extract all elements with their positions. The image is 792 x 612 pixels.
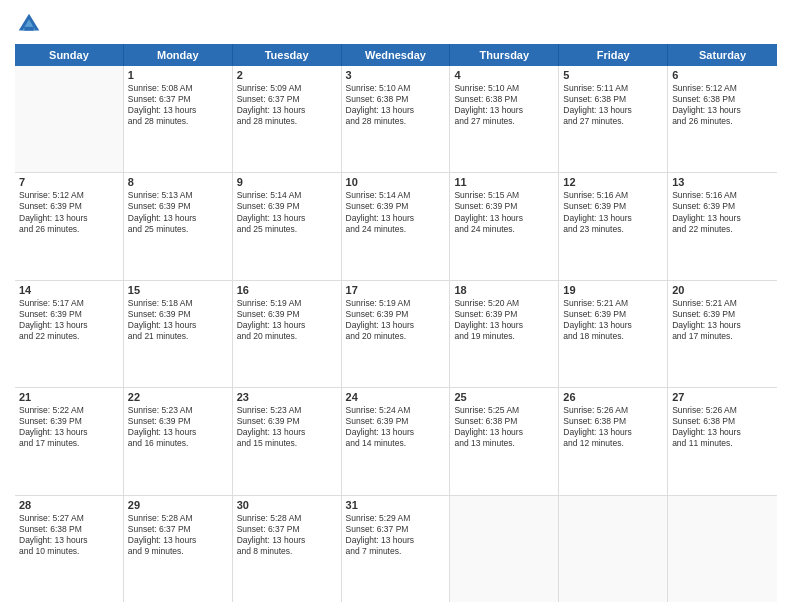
- cell-info-line: and 11 minutes.: [672, 438, 773, 449]
- cell-info-line: and 14 minutes.: [346, 438, 446, 449]
- calendar-week-2: 7Sunrise: 5:12 AMSunset: 6:39 PMDaylight…: [15, 173, 777, 280]
- cell-info-line: Daylight: 13 hours: [454, 213, 554, 224]
- day-number: 9: [237, 176, 337, 188]
- cell-info-line: Daylight: 13 hours: [237, 535, 337, 546]
- cal-cell: [668, 496, 777, 602]
- day-number: 15: [128, 284, 228, 296]
- cal-cell: 28Sunrise: 5:27 AMSunset: 6:38 PMDayligh…: [15, 496, 124, 602]
- cal-cell: 12Sunrise: 5:16 AMSunset: 6:39 PMDayligh…: [559, 173, 668, 279]
- cell-info-line: Sunrise: 5:25 AM: [454, 405, 554, 416]
- cell-info-line: Daylight: 13 hours: [346, 427, 446, 438]
- logo-icon: [15, 10, 43, 38]
- cell-info-line: Sunset: 6:38 PM: [672, 416, 773, 427]
- cell-info-line: Sunrise: 5:11 AM: [563, 83, 663, 94]
- cell-info-line: Sunrise: 5:28 AM: [237, 513, 337, 524]
- cell-info-line: and 26 minutes.: [672, 116, 773, 127]
- cell-info-line: Sunrise: 5:24 AM: [346, 405, 446, 416]
- cal-cell: 21Sunrise: 5:22 AMSunset: 6:39 PMDayligh…: [15, 388, 124, 494]
- cal-cell: [15, 66, 124, 172]
- cal-cell: 2Sunrise: 5:09 AMSunset: 6:37 PMDaylight…: [233, 66, 342, 172]
- cell-info-line: Sunset: 6:38 PM: [454, 94, 554, 105]
- cell-info-line: Sunset: 6:39 PM: [454, 309, 554, 320]
- cell-info-line: and 23 minutes.: [563, 224, 663, 235]
- cal-cell: [559, 496, 668, 602]
- day-number: 5: [563, 69, 663, 81]
- cal-cell: 16Sunrise: 5:19 AMSunset: 6:39 PMDayligh…: [233, 281, 342, 387]
- day-number: 26: [563, 391, 663, 403]
- cell-info-line: Sunrise: 5:09 AM: [237, 83, 337, 94]
- cell-info-line: and 15 minutes.: [237, 438, 337, 449]
- cell-info-line: Sunset: 6:39 PM: [237, 201, 337, 212]
- day-number: 27: [672, 391, 773, 403]
- cell-info-line: Daylight: 13 hours: [128, 427, 228, 438]
- cal-cell: 7Sunrise: 5:12 AMSunset: 6:39 PMDaylight…: [15, 173, 124, 279]
- calendar-body: 1Sunrise: 5:08 AMSunset: 6:37 PMDaylight…: [15, 66, 777, 602]
- cell-info-line: Daylight: 13 hours: [563, 427, 663, 438]
- cal-cell: 5Sunrise: 5:11 AMSunset: 6:38 PMDaylight…: [559, 66, 668, 172]
- cell-info-line: Sunset: 6:39 PM: [128, 416, 228, 427]
- cal-cell: 10Sunrise: 5:14 AMSunset: 6:39 PMDayligh…: [342, 173, 451, 279]
- cell-info-line: Sunset: 6:38 PM: [454, 416, 554, 427]
- cell-info-line: Daylight: 13 hours: [237, 320, 337, 331]
- cell-info-line: Daylight: 13 hours: [128, 105, 228, 116]
- cell-info-line: Sunset: 6:38 PM: [346, 94, 446, 105]
- cell-info-line: Daylight: 13 hours: [454, 105, 554, 116]
- cell-info-line: Daylight: 13 hours: [563, 213, 663, 224]
- cell-info-line: Daylight: 13 hours: [672, 213, 773, 224]
- cell-info-line: and 9 minutes.: [128, 546, 228, 557]
- cell-info-line: and 27 minutes.: [563, 116, 663, 127]
- cell-info-line: and 27 minutes.: [454, 116, 554, 127]
- day-number: 6: [672, 69, 773, 81]
- cell-info-line: and 20 minutes.: [346, 331, 446, 342]
- cell-info-line: and 17 minutes.: [19, 438, 119, 449]
- cell-info-line: Sunset: 6:39 PM: [346, 201, 446, 212]
- cell-info-line: Sunset: 6:39 PM: [19, 309, 119, 320]
- cal-cell: 13Sunrise: 5:16 AMSunset: 6:39 PMDayligh…: [668, 173, 777, 279]
- cell-info-line: Sunset: 6:37 PM: [128, 524, 228, 535]
- day-number: 2: [237, 69, 337, 81]
- cal-cell: 14Sunrise: 5:17 AMSunset: 6:39 PMDayligh…: [15, 281, 124, 387]
- cell-info-line: and 28 minutes.: [237, 116, 337, 127]
- cell-info-line: and 20 minutes.: [237, 331, 337, 342]
- cell-info-line: Sunset: 6:39 PM: [128, 309, 228, 320]
- cell-info-line: Daylight: 13 hours: [237, 213, 337, 224]
- cell-info-line: Sunrise: 5:10 AM: [454, 83, 554, 94]
- cell-info-line: Sunrise: 5:16 AM: [563, 190, 663, 201]
- cell-info-line: Sunrise: 5:26 AM: [563, 405, 663, 416]
- page-header: [15, 10, 777, 38]
- cell-info-line: Sunrise: 5:28 AM: [128, 513, 228, 524]
- cell-info-line: and 28 minutes.: [128, 116, 228, 127]
- day-number: 20: [672, 284, 773, 296]
- cell-info-line: Sunrise: 5:12 AM: [672, 83, 773, 94]
- cal-cell: 30Sunrise: 5:28 AMSunset: 6:37 PMDayligh…: [233, 496, 342, 602]
- cell-info-line: Sunset: 6:37 PM: [237, 94, 337, 105]
- cell-info-line: Sunrise: 5:26 AM: [672, 405, 773, 416]
- cal-cell: 17Sunrise: 5:19 AMSunset: 6:39 PMDayligh…: [342, 281, 451, 387]
- cell-info-line: Sunset: 6:39 PM: [672, 201, 773, 212]
- day-number: 16: [237, 284, 337, 296]
- cell-info-line: Daylight: 13 hours: [346, 105, 446, 116]
- cell-info-line: and 25 minutes.: [128, 224, 228, 235]
- cal-cell: 4Sunrise: 5:10 AMSunset: 6:38 PMDaylight…: [450, 66, 559, 172]
- cal-cell: 1Sunrise: 5:08 AMSunset: 6:37 PMDaylight…: [124, 66, 233, 172]
- day-number: 3: [346, 69, 446, 81]
- logo: [15, 10, 47, 38]
- calendar-week-1: 1Sunrise: 5:08 AMSunset: 6:37 PMDaylight…: [15, 66, 777, 173]
- cell-info-line: and 28 minutes.: [346, 116, 446, 127]
- cell-info-line: Sunset: 6:37 PM: [237, 524, 337, 535]
- cal-cell: 31Sunrise: 5:29 AMSunset: 6:37 PMDayligh…: [342, 496, 451, 602]
- cell-info-line: Sunrise: 5:22 AM: [19, 405, 119, 416]
- calendar: SundayMondayTuesdayWednesdayThursdayFrid…: [15, 44, 777, 602]
- cell-info-line: Sunset: 6:38 PM: [19, 524, 119, 535]
- day-number: 10: [346, 176, 446, 188]
- cell-info-line: Sunset: 6:38 PM: [672, 94, 773, 105]
- cell-info-line: Sunrise: 5:23 AM: [237, 405, 337, 416]
- cell-info-line: and 7 minutes.: [346, 546, 446, 557]
- cell-info-line: and 16 minutes.: [128, 438, 228, 449]
- cell-info-line: Sunset: 6:38 PM: [563, 94, 663, 105]
- cell-info-line: Sunset: 6:39 PM: [19, 416, 119, 427]
- cell-info-line: and 24 minutes.: [346, 224, 446, 235]
- cell-info-line: Daylight: 13 hours: [454, 320, 554, 331]
- cell-info-line: Daylight: 13 hours: [237, 427, 337, 438]
- day-number: 25: [454, 391, 554, 403]
